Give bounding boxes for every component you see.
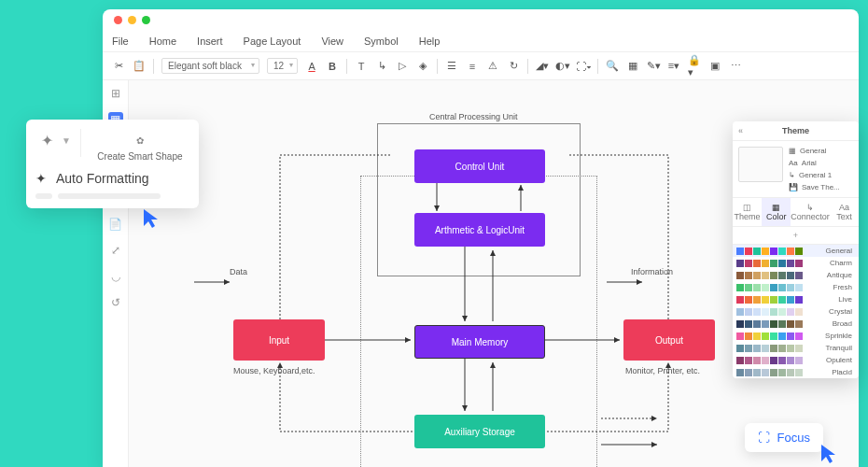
- tab-connector[interactable]: ↳Connector: [791, 198, 830, 226]
- scheme-live[interactable]: Live: [733, 293, 859, 305]
- scheme-opulent[interactable]: Opulent: [733, 354, 859, 366]
- input-box[interactable]: Input: [233, 319, 325, 361]
- scheme-antique[interactable]: Antique: [733, 269, 859, 281]
- focus-label: Focus: [777, 431, 810, 445]
- scheme-sprinkle[interactable]: Sprinkle: [733, 330, 859, 342]
- bookmark-tool[interactable]: ◡: [108, 269, 123, 284]
- history-tool[interactable]: ↺: [108, 295, 123, 310]
- opt-connector[interactable]: General 1: [799, 171, 832, 179]
- cpu-title: Central Processing Unit: [429, 112, 518, 121]
- cut-icon[interactable]: ✂: [112, 60, 125, 73]
- output-box[interactable]: Output: [623, 319, 715, 361]
- scheme-placid[interactable]: Placid: [733, 366, 859, 378]
- focus-button[interactable]: ⛶ Focus: [745, 423, 823, 452]
- style-icon[interactable]: ≡▾: [667, 60, 680, 73]
- menu-insert[interactable]: Insert: [197, 35, 223, 47]
- palette-icon: ▦: [789, 147, 796, 155]
- cursor-icon-2: [819, 443, 836, 463]
- tab-color[interactable]: ▦Color: [762, 198, 791, 226]
- memory-box[interactable]: Main Memory: [414, 325, 545, 359]
- menu-view[interactable]: View: [321, 35, 343, 47]
- search-icon[interactable]: 🔍: [606, 60, 619, 73]
- scheme-broad[interactable]: Broad: [733, 318, 859, 330]
- sparkle-icon-2: ✦: [35, 171, 47, 186]
- data-label: Data: [230, 267, 247, 276]
- connector-opt-icon: ↳: [789, 171, 795, 179]
- fill-icon[interactable]: ◢▾: [536, 60, 549, 73]
- bold-icon[interactable]: B: [326, 60, 339, 73]
- theme-panel: Theme ▦General AaArial ↳General 1 💾Save …: [733, 121, 859, 378]
- align-icon[interactable]: ≡: [466, 60, 479, 73]
- tab-theme[interactable]: ◫Theme: [733, 198, 762, 226]
- pointer-icon[interactable]: ▷: [396, 60, 409, 73]
- rotate-icon[interactable]: ↻: [507, 60, 520, 73]
- control-unit-box[interactable]: Control Unit: [414, 149, 545, 183]
- crop-icon[interactable]: ⛶▾: [577, 60, 590, 73]
- scheme-charm[interactable]: Charm: [733, 257, 859, 269]
- add-scheme-button[interactable]: +: [733, 227, 859, 245]
- output-devices-label: Monitor, Printer, etc.: [625, 366, 700, 375]
- doc-tool[interactable]: 📄: [108, 217, 123, 232]
- expand-tool[interactable]: ⤢: [108, 243, 123, 258]
- lock-icon[interactable]: 🔒▾: [688, 60, 701, 73]
- opt-general[interactable]: General: [800, 147, 826, 155]
- size-select[interactable]: 12: [267, 58, 298, 74]
- more-icon[interactable]: ⋯: [729, 60, 742, 73]
- paste-icon[interactable]: 📋: [133, 60, 146, 73]
- menu-file[interactable]: File: [112, 35, 129, 47]
- menu-home[interactable]: Home: [149, 35, 176, 47]
- opt-font[interactable]: Arial: [802, 159, 817, 167]
- titlebar: [103, 9, 859, 30]
- shadow-icon[interactable]: ◐▾: [556, 60, 569, 73]
- font-icon: Aa: [789, 159, 798, 167]
- pen-icon[interactable]: ✎▾: [647, 60, 660, 73]
- auto-formatting-label[interactable]: Auto Formatting: [56, 171, 149, 186]
- sparkle-icon[interactable]: ✦: [35, 129, 58, 151]
- focus-icon: ⛶: [758, 431, 770, 445]
- scheme-general[interactable]: General: [733, 245, 859, 257]
- layers-icon[interactable]: ◈: [416, 60, 429, 73]
- shapes-tool[interactable]: ⊞: [108, 86, 123, 101]
- text-icon[interactable]: T: [355, 60, 368, 73]
- theme-panel-title: Theme: [733, 121, 859, 141]
- save-icon: 💾: [789, 183, 798, 191]
- minimize-icon[interactable]: [128, 16, 136, 24]
- tab-text[interactable]: AaText: [830, 198, 859, 226]
- smart-shape-popup: ✦ ▼ ✿ Create Smart Shape ✦ Auto Formatti…: [26, 120, 199, 208]
- font-select[interactable]: Elegant soft black: [161, 58, 259, 74]
- menu-help[interactable]: Help: [419, 35, 441, 47]
- info-label: Information: [631, 267, 673, 276]
- toolbar: ✂ 📋 Elegant soft black 12 A B T ↳ ▷ ◈ ☰ …: [103, 52, 859, 80]
- alu-box[interactable]: Arthmetic & LogicUnit: [414, 213, 545, 247]
- connector-icon[interactable]: ↳: [375, 60, 388, 73]
- font-color-icon[interactable]: A: [305, 60, 318, 73]
- menu-page-layout[interactable]: Page Layout: [244, 35, 301, 47]
- scheme-tranquil[interactable]: Tranquil: [733, 342, 859, 354]
- storage-box[interactable]: Auxiliary Storage: [414, 415, 545, 448]
- warning-icon[interactable]: ⚠: [486, 60, 499, 73]
- gallery-icon[interactable]: ▦: [626, 60, 639, 73]
- opt-save[interactable]: Save The...: [802, 183, 840, 191]
- smart-shape-icon[interactable]: ✿: [129, 129, 151, 151]
- group-icon[interactable]: ▣: [708, 60, 721, 73]
- menubar: File Home Insert Page Layout View Symbol…: [103, 30, 859, 52]
- scheme-fresh[interactable]: Fresh: [733, 281, 859, 293]
- cursor-icon: [142, 207, 159, 228]
- maximize-icon[interactable]: [142, 16, 150, 24]
- close-icon[interactable]: [114, 16, 122, 24]
- color-schemes: GeneralCharmAntiqueFreshLiveCrystalBroad…: [733, 245, 859, 378]
- create-smart-shape-label[interactable]: Create Smart Shape: [91, 151, 189, 162]
- menu-symbol[interactable]: Symbol: [364, 35, 399, 47]
- theme-preview[interactable]: [738, 147, 783, 182]
- input-devices-label: Mouse, Keyboard,etc.: [233, 366, 315, 375]
- align-left-icon[interactable]: ☰: [445, 60, 458, 73]
- scheme-crystal[interactable]: Crystal: [733, 305, 859, 318]
